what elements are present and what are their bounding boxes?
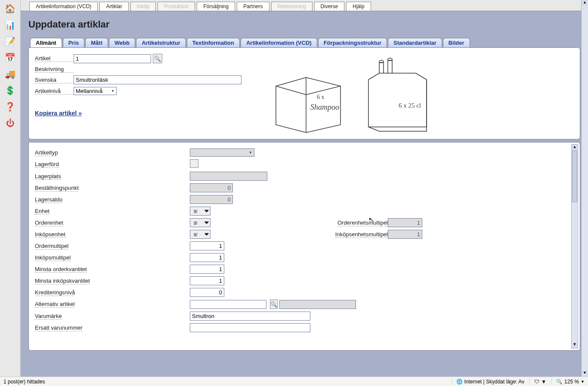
- orderenhetsmultipel-input[interactable]: [388, 218, 422, 227]
- top-tab-partners[interactable]: Partners: [237, 2, 269, 11]
- search-icon: 🔍: [270, 301, 277, 308]
- top-tab-redovisning[interactable]: Redovisning: [271, 2, 313, 11]
- enhet-select[interactable]: st: [190, 207, 210, 216]
- artikelniva-label: Artikelnivå: [35, 88, 74, 95]
- sub-tab-textinfo[interactable]: Textinformation: [187, 38, 240, 47]
- chevron-down-icon[interactable]: ▼: [581, 380, 585, 384]
- scroll-up-icon[interactable]: ▲: [572, 145, 578, 151]
- top-tab-produktion[interactable]: Produktion: [158, 2, 195, 11]
- power-icon[interactable]: ⏻: [3, 116, 17, 130]
- artikeltyp-label: Artikeltyp: [35, 149, 58, 156]
- sub-tab-forpackning[interactable]: Förpackningsstruktur: [318, 38, 387, 47]
- scroll-down-icon[interactable]: ▼: [572, 342, 578, 348]
- minstainkop-label: Minsta inköpskvantitet: [35, 278, 90, 284]
- dollar-icon[interactable]: 💲: [3, 83, 17, 97]
- orderenhetsmultipel-label: Orderenhetsmultipel: [337, 219, 388, 226]
- lagersaldo-input[interactable]: [190, 195, 233, 204]
- varumarke-input[interactable]: [190, 312, 310, 321]
- sub-tab-pris[interactable]: Pris: [63, 38, 85, 47]
- upper-panel: Artikel 🔍 Beskrivning Svenska Artikelniv…: [28, 47, 580, 139]
- inkopsenhetsmultipel-label: Inköpsenhetsmultipel: [335, 231, 388, 238]
- artikelniva-select[interactable]: Mellannivå: [74, 87, 117, 95]
- scroll-down-icon[interactable]: ▼: [582, 371, 588, 377]
- svenska-label: Svenska: [35, 77, 74, 83]
- sub-tab-artikelstruktur[interactable]: Artikelstruktur: [136, 38, 186, 47]
- page-title: Uppdatera artiklar: [28, 19, 580, 30]
- minstaorder-label: Minsta orderkvantitet: [35, 266, 87, 273]
- krediteringsniva-label: Krediteringsnivå: [35, 289, 75, 296]
- scroll-up-icon[interactable]: ▲: [582, 0, 588, 6]
- minstainkop-input[interactable]: [190, 276, 224, 285]
- sub-tab-bar: Allmänt Pris Mått Webb Artikelstruktur T…: [30, 38, 580, 47]
- search-icon: 🔍: [154, 56, 161, 62]
- home-icon[interactable]: 🏠: [3, 2, 17, 15]
- minstaorder-input[interactable]: [190, 265, 224, 274]
- ersatt-label: Ersatt varunummer: [35, 324, 83, 331]
- svenska-input[interactable]: [74, 75, 241, 84]
- sub-tab-allmant[interactable]: Allmänt: [30, 38, 62, 47]
- top-tab-inkop[interactable]: Inköp: [130, 2, 156, 11]
- help-icon[interactable]: ❓: [3, 100, 17, 114]
- globe-icon: 🌐: [456, 379, 463, 385]
- artikeltyp-select[interactable]: [190, 148, 254, 157]
- box-illustration: 6 x Shampoo: [267, 56, 349, 133]
- top-tab-forsaljning[interactable]: Försäljning: [197, 2, 235, 11]
- lagersaldo-label: Lagersaldo: [35, 196, 62, 203]
- beskrivning-label: Beskrivning: [35, 66, 74, 73]
- status-internet: Internet | Skyddat läge: Av: [464, 379, 525, 385]
- lagerplats-input[interactable]: [190, 172, 267, 181]
- status-zoom: 125 %: [564, 379, 579, 385]
- scroll-thumb[interactable]: [572, 151, 577, 202]
- sub-tab-matt[interactable]: Mått: [85, 38, 108, 47]
- orderenhet-label: Orderenhet: [35, 219, 63, 226]
- altartikel-input[interactable]: [190, 300, 266, 309]
- ordermultipel-input[interactable]: [190, 241, 224, 250]
- svg-text:6 x: 6 x: [317, 94, 325, 100]
- bottle-pack-illustration: 6 x 25 cl: [358, 54, 439, 136]
- inkopsenhetsmultipel-input[interactable]: [388, 230, 422, 239]
- bestallningspunkt-label: Beställningspunkt: [35, 185, 79, 191]
- calendar-icon[interactable]: 📅: [3, 51, 17, 65]
- left-icon-bar: 🏠 📊 📝 📅 🚚 💲 ❓ ⏻: [0, 0, 21, 377]
- inner-scrollbar[interactable]: ▲ ▼: [571, 144, 578, 349]
- altartikel-search-button[interactable]: 🔍: [270, 300, 278, 309]
- lagerplats-label: Lagerplats: [35, 173, 61, 180]
- copy-article-link[interactable]: Kopiera artikel »: [35, 110, 82, 117]
- truck-icon[interactable]: 🚚: [3, 67, 17, 81]
- inkopsenhet-select[interactable]: st: [190, 230, 210, 239]
- artikel-label: Artikel: [35, 55, 74, 62]
- orderenhet-select[interactable]: st: [190, 218, 210, 227]
- sub-tab-artikelinfo-vcd[interactable]: Artikelinformation (VCD): [241, 38, 317, 47]
- outer-scrollbar[interactable]: ▲ ▼: [581, 0, 588, 377]
- sub-tab-bilder[interactable]: Bilder: [443, 38, 470, 47]
- inkopsmultipel-input[interactable]: [190, 253, 224, 262]
- enhet-label: Enhet: [35, 208, 50, 215]
- artikel-search-button[interactable]: 🔍: [153, 54, 162, 63]
- artikel-input[interactable]: [74, 54, 151, 63]
- chart-icon[interactable]: 📊: [3, 18, 17, 32]
- ordermultipel-label: Ordermultipel: [35, 243, 68, 250]
- varumarke-label: Varumärke: [35, 313, 62, 320]
- note-icon[interactable]: 📝: [3, 34, 17, 48]
- top-tab-diverse[interactable]: Diverse: [314, 2, 345, 11]
- zoom-icon: 🔍: [556, 379, 563, 385]
- top-tab-bar: Artikelinformation (VCD) Artiklar Inköp …: [21, 0, 588, 11]
- sub-tab-webb[interactable]: Webb: [109, 38, 135, 47]
- top-tab-artikelinfo-vcd[interactable]: Artikelinformation (VCD): [29, 2, 98, 11]
- krediteringsniva-input[interactable]: [190, 288, 224, 297]
- svg-text:6 x 25 cl: 6 x 25 cl: [399, 102, 421, 109]
- altartikel-label: Alternativ artikel: [35, 301, 74, 308]
- lagerford-label: Lagerförd: [35, 161, 59, 168]
- svg-text:Shampoo: Shampoo: [310, 103, 339, 111]
- top-tab-artiklar[interactable]: Artiklar: [99, 2, 128, 11]
- inkopsenhet-label: Inköpsenhet: [35, 231, 65, 238]
- sub-tab-standard[interactable]: Standardartiklar: [388, 38, 442, 47]
- ersatt-input[interactable]: [190, 323, 310, 332]
- bestallningspunkt-input[interactable]: [190, 183, 233, 192]
- top-tab-hjalp[interactable]: Hjälp: [346, 2, 371, 11]
- shield-icon: 🛡: [534, 379, 539, 385]
- status-left: 1 post(er) hittades: [3, 379, 45, 385]
- chevron-down-icon[interactable]: ▼: [541, 379, 546, 385]
- lower-panel: Artikeltyp Lagerförd Lagerplats Beställn…: [28, 142, 580, 351]
- lagerford-checkbox[interactable]: [190, 159, 198, 168]
